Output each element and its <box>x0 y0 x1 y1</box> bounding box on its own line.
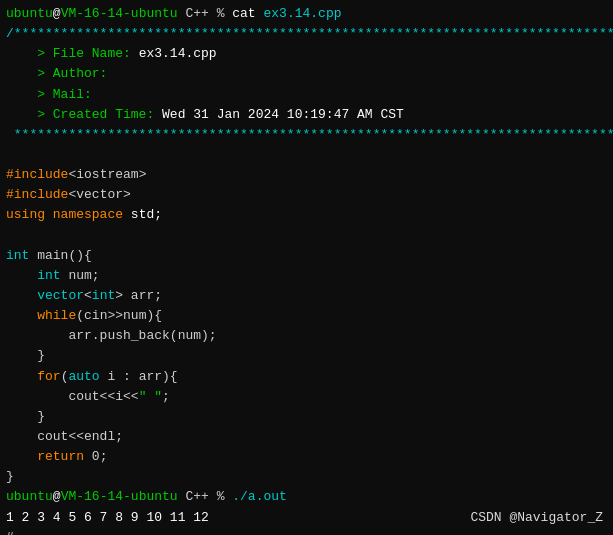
prompt-line-2: ubuntu@VM-16-14-ubuntu C++ % ./a.out <box>6 487 607 507</box>
stars-line-bottom: ****************************************… <box>6 125 607 145</box>
using-namespace: using namespace std; <box>6 205 607 225</box>
return-0: return 0; <box>6 447 607 467</box>
blank-1 <box>6 145 607 165</box>
output-hash: # <box>6 528 607 535</box>
close-for: } <box>6 407 607 427</box>
comment-created: > Created Time: Wed 31 Jan 2024 10:19:47… <box>6 105 607 125</box>
comment-filename: > File Name: ex3.14.cpp <box>6 44 607 64</box>
include-iostream: #include<iostream> <box>6 165 607 185</box>
int-num: int num; <box>6 266 607 286</box>
close-while: } <box>6 346 607 366</box>
stars-line-top: /***************************************… <box>6 24 607 44</box>
terminal: ubuntu@VM-16-14-ubuntu C++ % cat ex3.14.… <box>0 0 613 535</box>
main-func: int main(){ <box>6 246 607 266</box>
while-loop: while(cin>>num){ <box>6 306 607 326</box>
blank-2 <box>6 226 607 246</box>
include-vector: #include<vector> <box>6 185 607 205</box>
prompt-line-1: ubuntu@VM-16-14-ubuntu C++ % cat ex3.14.… <box>6 4 607 24</box>
close-main: } <box>6 467 607 487</box>
push-back: arr.push_back(num); <box>6 326 607 346</box>
cout-i: cout<<i<<" "; <box>6 387 607 407</box>
for-loop: for(auto i : arr){ <box>6 367 607 387</box>
watermark: CSDN @Navigator_Z <box>470 510 603 525</box>
comment-mail: > Mail: <box>6 85 607 105</box>
vector-arr: vector<int> arr; <box>6 286 607 306</box>
cout-endl: cout<<endl; <box>6 427 607 447</box>
comment-author: > Author: <box>6 64 607 84</box>
